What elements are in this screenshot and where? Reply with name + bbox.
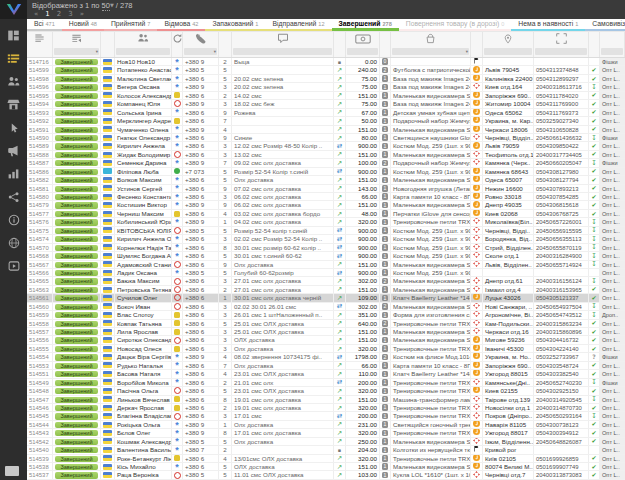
delivery-status-icon[interactable]: ✔ bbox=[589, 168, 600, 175]
order-row[interactable]: 514596ЗавершенийВегера Оксана*+380 9320.… bbox=[27, 83, 625, 91]
order-row[interactable]: 514588ЗавершенийЖидак Володимир+380 6313… bbox=[27, 151, 625, 159]
delivery-status-icon[interactable]: ? bbox=[589, 353, 600, 360]
delivery-status-icon[interactable]: ✔ bbox=[589, 92, 600, 99]
delivery-status-icon[interactable]: ✔ bbox=[589, 210, 600, 217]
delivery-status-icon[interactable]: ✔ bbox=[589, 286, 600, 293]
delivery-status-icon[interactable]: ↧ bbox=[589, 379, 600, 386]
filter-input-price[interactable] bbox=[347, 48, 378, 55]
order-row[interactable]: 514591ЗавершенийЧумаченко Олена*+380 94↗… bbox=[27, 126, 625, 134]
column-header-status[interactable] bbox=[53, 32, 101, 46]
delivery-status-icon[interactable]: ✔ bbox=[589, 463, 600, 470]
sidebar-collapse-button[interactable] bbox=[5, 466, 19, 476]
delivery-status-icon[interactable]: ↧ bbox=[589, 261, 600, 268]
order-row[interactable]: 514557ЗавершенийЛила Ярослав+380 6325.01… bbox=[27, 328, 625, 336]
delivery-status-icon[interactable]: ✔ bbox=[589, 362, 600, 369]
column-header-tag[interactable] bbox=[600, 32, 625, 46]
sidebar-customers-icon[interactable] bbox=[6, 74, 21, 89]
order-row[interactable]: 514576ЗавершенийКобилинський Юрий*+380 9… bbox=[27, 218, 625, 226]
delivery-status-icon[interactable]: ✔ bbox=[589, 438, 600, 445]
column-header-cnt[interactable] bbox=[380, 32, 391, 46]
order-row[interactable]: 514547ЗавершенийЛиньков Вячеслав+380 681… bbox=[27, 396, 625, 404]
order-row[interactable]: 514558ЗавершенийКовпак Татьяна+380 6525.… bbox=[27, 320, 625, 328]
last-page-icon[interactable]: » bbox=[80, 10, 84, 19]
delivery-status-icon[interactable]: ↧ bbox=[589, 252, 600, 259]
sidebar-megaphone-icon[interactable] bbox=[6, 143, 21, 158]
column-header-dlv[interactable] bbox=[471, 32, 483, 46]
delivery-status-icon[interactable]: ↧ bbox=[589, 235, 600, 242]
order-row[interactable]: 514548ЗавершенийПасічна Ольга+380 6523.0… bbox=[27, 387, 625, 395]
tab-Повернення товару (в дорозі)[interactable]: Повернення товару (в дорозі)0 bbox=[399, 19, 512, 31]
app-logo[interactable] bbox=[0, 0, 27, 19]
order-row[interactable]: 514570ЗавершенийКорнелюк Надія Та..*+380… bbox=[27, 244, 625, 252]
order-row[interactable]: 514580ЗавершенийФесенко Константин*+380 … bbox=[27, 193, 625, 201]
order-row[interactable]: 514551ЗавершенийБасова Наталя*+380 6423.… bbox=[27, 370, 625, 378]
column-header-pay[interactable] bbox=[334, 32, 346, 46]
delivery-status-icon[interactable]: ✔ bbox=[589, 109, 600, 116]
delivery-status-icon[interactable]: ✔ bbox=[589, 75, 600, 82]
tab-Прийнятий[interactable]: Прийнятий7 bbox=[104, 19, 158, 31]
order-row[interactable]: 514716ЗавершенийНов10 Нов10*+380 92Выца▪… bbox=[27, 58, 625, 66]
filter-input-phone[interactable]: ▾ bbox=[184, 48, 217, 55]
sidebar-video-icon[interactable] bbox=[6, 258, 21, 273]
delivery-status-icon[interactable] bbox=[589, 58, 600, 65]
first-page-icon[interactable]: « bbox=[34, 10, 38, 19]
order-row[interactable]: 514546ЗавершенийДеркач Ярослав+380 6219.… bbox=[27, 404, 625, 412]
filter-input-tag[interactable] bbox=[601, 48, 623, 55]
delivery-status-icon[interactable]: ↧ bbox=[589, 227, 600, 234]
sidebar-globe-icon[interactable] bbox=[6, 235, 21, 250]
order-row[interactable]: 514556ЗавершенийСиротюк Олександр+380 63… bbox=[27, 336, 625, 344]
tab-Новий[interactable]: Новий48 bbox=[62, 19, 104, 31]
delivery-status-icon[interactable]: ✔ bbox=[589, 117, 600, 124]
delivery-status-icon[interactable]: ↧ bbox=[589, 134, 600, 141]
order-row[interactable]: 514544ЗавершенийРокіцька Ольга*+380 91Ол… bbox=[27, 421, 625, 429]
delivery-status-icon[interactable]: ✔ bbox=[589, 151, 600, 158]
order-row[interactable]: 514581ЗавершенийУстинов Сергей*+380 6907… bbox=[27, 185, 625, 193]
order-row[interactable]: 514589ЗавершенийКирилич Анжела*+380 6312… bbox=[27, 142, 625, 150]
column-header-flag[interactable] bbox=[101, 32, 115, 46]
order-row[interactable]: 514554ЗавершенийДацюк Віра Сергіївна*+38… bbox=[27, 353, 625, 361]
delivery-status-icon[interactable] bbox=[589, 446, 600, 453]
order-row[interactable]: 514575ЗавершенийКВІТОВСЬКА ЮЛІЯ+380 55Ро… bbox=[27, 227, 625, 235]
delivery-status-icon[interactable]: ✔ bbox=[589, 336, 600, 343]
column-header-product[interactable] bbox=[391, 32, 471, 46]
delivery-status-icon[interactable]: ↧ bbox=[589, 218, 600, 225]
delivery-status-icon[interactable]: ↧ bbox=[589, 396, 600, 403]
sidebar-info-icon[interactable] bbox=[6, 212, 21, 227]
delivery-status-icon[interactable]: ↧ bbox=[589, 83, 600, 90]
delivery-status-icon[interactable]: ✔ bbox=[589, 100, 600, 107]
order-row[interactable]: 514553ЗавершенийРудько Наталья*+380 67Ол… bbox=[27, 362, 625, 370]
order-row[interactable]: 514598ЗавершенийМалютина Светлана*+380 6… bbox=[27, 75, 625, 83]
order-row[interactable]: 514592ЗавершенийМерклингер Андрей+380 67… bbox=[27, 117, 625, 125]
delivery-status-icon[interactable]: ✔ bbox=[589, 142, 600, 149]
order-row[interactable]: 514590ЗавершенийГнатюк Олександр*+380 69… bbox=[27, 134, 625, 142]
filter-input-status[interactable]: ▾ bbox=[54, 48, 99, 55]
delivery-status-icon[interactable]: ↧ bbox=[589, 244, 600, 251]
order-row[interactable]: 514559ЗавершенийВлас Слотоу+380 6326.01 … bbox=[27, 311, 625, 319]
delivery-status-icon[interactable]: ✔ bbox=[589, 201, 600, 208]
order-row[interactable]: 514566ЗавершенийЛадик Оксана*+380 55Голу… bbox=[27, 269, 625, 277]
order-row[interactable]: 514537ЗавершенийРаца Вероніка+380 5511.0… bbox=[27, 471, 625, 479]
column-header-chk[interactable] bbox=[589, 32, 600, 46]
page-size-dropdown[interactable]: 50 bbox=[102, 1, 110, 11]
order-row[interactable]: 514565ЗавершенийБаюка Максим+380 6327.01… bbox=[27, 277, 625, 285]
tab-Запакований[interactable]: Запакований1 bbox=[205, 19, 265, 31]
tab-Відправлений[interactable]: Відправлений12 bbox=[265, 19, 331, 31]
column-header-price[interactable] bbox=[346, 32, 380, 46]
filter-input-ttn[interactable] bbox=[535, 48, 587, 55]
order-row[interactable]: 514595ЗавершенийКолосок Александр+380 62… bbox=[27, 92, 625, 100]
order-row[interactable]: 514567ЗавершенийАдамовский Станис..+380 … bbox=[27, 261, 625, 269]
page-2[interactable]: 2 bbox=[57, 10, 61, 19]
filter-input-city[interactable] bbox=[484, 48, 532, 55]
sidebar-orders-icon[interactable] bbox=[6, 51, 21, 66]
order-row[interactable]: 514582ЗавершенийВолков Максим*+380 65Олх… bbox=[27, 176, 625, 184]
delivery-status-icon[interactable]: ✔ bbox=[589, 345, 600, 352]
order-row[interactable]: 514593ЗавершенийСольська Ірина*+380 69Ро… bbox=[27, 109, 625, 117]
tab-Нема в наявності[interactable]: Нема в наявності1 bbox=[511, 19, 585, 31]
column-header-n[interactable] bbox=[219, 32, 232, 46]
filter-input-product[interactable]: ▾ bbox=[392, 48, 469, 55]
column-header-city[interactable] bbox=[483, 32, 534, 46]
order-row[interactable]: 514568ЗавершенийШумляс Богдана Ан..*+380… bbox=[27, 252, 625, 260]
delivery-status-icon[interactable]: ✔ bbox=[589, 404, 600, 411]
order-row[interactable]: 514599ЗавершенийПотапенко Анастас..*+380… bbox=[27, 66, 625, 74]
delivery-status-icon[interactable]: ✔ bbox=[589, 471, 600, 478]
